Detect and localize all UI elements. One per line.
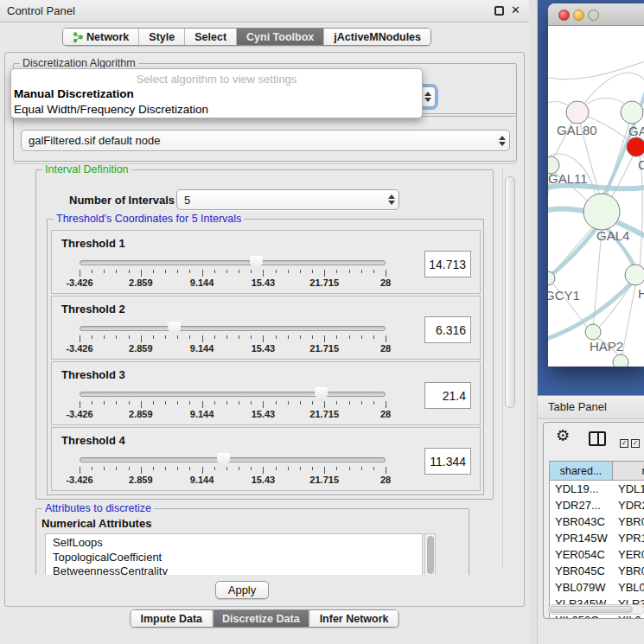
attributes-to-discretize-group: Attributes to discretize Numerical Attri…	[35, 508, 469, 575]
attributes-list-scrollbar[interactable]	[424, 533, 436, 575]
number-of-intervals-combobox[interactable]: 5	[176, 189, 399, 210]
tab-label: Cyni Toolbox	[246, 31, 314, 43]
network-node-h[interactable]	[625, 265, 644, 285]
interval-definition-title: Interval Definition	[42, 163, 131, 175]
slider-track[interactable]	[80, 392, 386, 397]
close-icon[interactable]: ✕	[511, 3, 520, 16]
network-node-ga[interactable]	[621, 101, 643, 124]
tab-label: Infer Network	[320, 613, 389, 625]
table-cell: YDR27...	[550, 497, 613, 513]
scrollbar-thumb[interactable]	[550, 606, 633, 613]
column-header-2[interactable]: n	[613, 462, 644, 480]
network-edge-thick[interactable]	[548, 228, 596, 284]
float-icon[interactable]	[494, 6, 504, 16]
threshold-row-4: Threshold 4-3.4262.8599.14415.4321.71528…	[51, 427, 481, 491]
tab-select[interactable]: Select	[184, 29, 236, 45]
table-row[interactable]: YER054CYER0	[550, 546, 644, 563]
threshold-slider[interactable]: -3.4262.8599.14415.4321.71528	[80, 322, 387, 357]
settings-vertical-scrollbar[interactable]	[502, 168, 515, 569]
table-row[interactable]: YBR045CYBR0	[550, 563, 644, 579]
table-cell: YBR045C	[550, 563, 613, 579]
slider-thumb[interactable]	[217, 453, 230, 468]
columns-icon[interactable]	[589, 431, 606, 446]
dropdown-option-manual-discretization[interactable]: Manual Discretization	[11, 86, 422, 102]
table-row[interactable]: YDR27...YDR2	[550, 497, 644, 513]
network-node-gal4[interactable]	[583, 194, 620, 230]
settings-scroll-area: Interval Definition Number of Intervals …	[13, 163, 517, 575]
number-of-intervals-value: 5	[177, 194, 385, 207]
cyni-mode-tabs: Impute DataDiscretize DataInfer Network	[130, 609, 399, 628]
table-row[interactable]: YBL079WYBL0	[550, 579, 644, 596]
tab-discretize-data[interactable]: Discretize Data	[212, 610, 309, 627]
threshold-label: Threshold 4	[61, 434, 125, 447]
threshold-row-1: Threshold 1-3.4262.8599.14415.4321.71528…	[51, 230, 481, 294]
threshold-value-field[interactable]: 21.4	[424, 382, 471, 409]
zoom-traffic-icon[interactable]	[588, 10, 599, 21]
table-row[interactable]: YPR145WYPR1	[550, 530, 644, 546]
scrollbar-thumb[interactable]	[505, 176, 515, 408]
panel-divider[interactable]	[529, 0, 538, 644]
slider-thumb[interactable]	[250, 256, 263, 271]
right-region: GAL80GACGAL11GAL4GCY1HHAP2 Table Panel ⚙…	[529, 0, 644, 644]
slider-thumb[interactable]	[315, 387, 328, 402]
threshold-value-field[interactable]: 6.316	[424, 316, 471, 343]
table-horizontal-scrollbar[interactable]	[548, 604, 644, 615]
tab-infer-network[interactable]: Infer Network	[309, 610, 399, 627]
slider-track[interactable]	[80, 260, 386, 265]
threshold-label: Threshold 3	[61, 368, 125, 381]
threshold-slider[interactable]: -3.4262.8599.14415.4321.71528	[80, 257, 387, 291]
network-desktop: GAL80GACGAL11GAL4GCY1HHAP2	[538, 0, 644, 395]
tab-style[interactable]: Style	[138, 29, 184, 45]
table-cell: YDL1	[613, 481, 644, 497]
network-view-window[interactable]: GAL80GACGAL11GAL4GCY1HHAP2	[548, 3, 644, 367]
threshold-slider[interactable]: -3.4262.8599.14415.4321.71528	[80, 454, 387, 488]
algorithm-dropdown-popup: Select algorithm to view settings Manual…	[10, 68, 423, 118]
tab-jactivemnodules[interactable]: jActiveMNodules	[323, 29, 430, 45]
discretization-algorithm-group-title: Discretization Algorithm	[20, 57, 138, 69]
threshold-value-field[interactable]: 14.713	[424, 251, 471, 277]
table-row[interactable]: YBR043CYBR0	[550, 513, 644, 530]
control-panel-titlebar: Control Panel ✕	[0, 0, 529, 22]
network-node-label: GA	[628, 124, 644, 138]
table-data-combobox[interactable]: galFiltered.sif default node	[21, 130, 510, 151]
network-window-titlebar[interactable]	[548, 3, 644, 26]
slider-track[interactable]	[80, 326, 386, 331]
close-traffic-icon[interactable]	[558, 10, 570, 21]
network-node-hap2[interactable]	[585, 324, 601, 340]
slider-thumb[interactable]	[168, 322, 181, 336]
network-icon	[73, 31, 83, 43]
slider-track[interactable]	[80, 457, 386, 462]
network-node-label: GCY1	[548, 288, 580, 303]
network-edge[interactable]	[548, 61, 644, 80]
dropdown-option-equal-width-frequency-discretization[interactable]: Equal Width/Frequency Discretization	[11, 102, 422, 118]
network-edge-thick[interactable]	[548, 186, 644, 189]
checkbox-icon[interactable]: ✓	[631, 439, 640, 448]
column-header-1[interactable]: shared...	[550, 462, 613, 480]
numerical-attributes-list[interactable]: SelfLoopsTopologicalCoefficientBetweenne…	[45, 533, 423, 575]
table-cell: YBR043C	[550, 513, 613, 530]
network-node-gal80[interactable]	[566, 101, 589, 124]
tab-cyni-toolbox[interactable]: Cyni Toolbox	[236, 29, 323, 45]
attribute-list-item[interactable]: SelfLoops	[53, 536, 422, 551]
slider-ticks	[80, 401, 386, 408]
threshold-value-field[interactable]: 11.344	[424, 448, 471, 475]
gear-icon[interactable]: ⚙	[556, 426, 570, 445]
threshold-row-2: Threshold 2-3.4262.8599.14415.4321.71528…	[51, 296, 481, 360]
network-node-c[interactable]	[627, 137, 644, 156]
network-canvas[interactable]: GAL80GACGAL11GAL4GCY1HHAP2	[548, 26, 644, 367]
attribute-list-item[interactable]: BetweennessCentrality	[53, 564, 422, 575]
network-node[interactable]	[613, 354, 628, 367]
table-row[interactable]: YDL19...YDL1	[550, 481, 644, 497]
apply-button[interactable]: Apply	[215, 581, 269, 599]
tab-impute-data[interactable]: Impute Data	[131, 610, 212, 627]
numerical-attributes-label: Numerical Attributes	[41, 517, 151, 530]
network-node-label: C	[638, 157, 644, 172]
threshold-slider[interactable]: -3.4262.8599.14415.4321.71528	[80, 388, 387, 423]
dropdown-prompt-item[interactable]: Select algorithm to view settings	[11, 69, 422, 86]
table-cell: YBL079W	[550, 579, 613, 596]
slider-ticks	[80, 335, 386, 342]
minimize-traffic-icon[interactable]	[573, 10, 584, 21]
checkbox-icon[interactable]: ✓	[620, 439, 628, 448]
tab-network[interactable]: Network	[63, 29, 138, 45]
attribute-list-item[interactable]: TopologicalCoefficient	[53, 551, 422, 565]
